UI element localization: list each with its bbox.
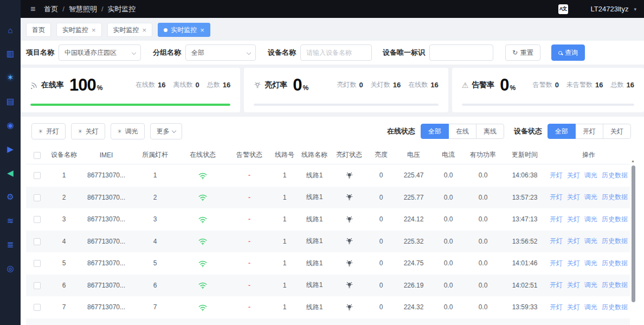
tab-item[interactable]: 首页: [26, 23, 51, 37]
tab-item[interactable]: 实时监控×: [56, 23, 102, 37]
user-menu-caret-icon[interactable]: ▾: [634, 7, 636, 12]
row-checkbox[interactable]: [34, 238, 41, 245]
cell-imei: 867713070...: [80, 259, 132, 267]
row-checkbox[interactable]: [34, 304, 41, 311]
avatar[interactable]: [574, 3, 585, 15]
project-select[interactable]: 中国联通亦庄园区: [59, 44, 141, 61]
cell-actions: 开灯关灯调光历史数据: [548, 237, 630, 246]
row-action-link[interactable]: 调光: [584, 215, 597, 223]
row-action-link[interactable]: 开灯: [550, 171, 563, 179]
row-action-link[interactable]: 调光: [584, 171, 597, 179]
row-action-link[interactable]: 关灯: [567, 303, 580, 311]
menu-lighting-icon[interactable]: ✶: [0, 66, 21, 90]
row-checkbox[interactable]: [34, 260, 41, 267]
menu-wifi-icon[interactable]: ≋: [0, 209, 21, 233]
column-header: 更新时间: [502, 150, 548, 160]
row-action-link[interactable]: 开灯: [550, 281, 563, 289]
turn-on-button[interactable]: ☀开灯: [31, 123, 66, 139]
device-id-input[interactable]: [429, 44, 493, 61]
card-value: 100: [69, 77, 96, 93]
row-action-link[interactable]: 开灯: [550, 215, 563, 223]
row-action-link[interactable]: 关灯: [567, 171, 580, 179]
row-action-link[interactable]: 关灯: [567, 215, 580, 223]
more-button[interactable]: 更多: [150, 123, 182, 139]
table-row: 6 867713070... 6 - 1 线路1 0 226.19 0.0 0.…: [26, 275, 630, 297]
bulk-actions: ☀开灯☀关灯☀调光: [31, 123, 150, 139]
reset-button[interactable]: ↻ 重置: [505, 44, 540, 61]
row-action-link[interactable]: 历史数据: [602, 259, 628, 267]
wifi-online-icon: [198, 260, 207, 267]
menu-project-icon[interactable]: ▥: [0, 42, 21, 66]
cell-line-name: 线路1: [298, 171, 331, 180]
segment-option[interactable]: 全部: [421, 124, 449, 139]
turn-off-button[interactable]: ☀关灯: [71, 123, 105, 139]
row-action-link[interactable]: 调光: [584, 303, 597, 311]
scrollbar-up-icon[interactable]: ▲: [631, 159, 635, 163]
group-select[interactable]: 全部: [185, 44, 256, 61]
username[interactable]: LT24723ltyz: [591, 5, 629, 13]
segment-option[interactable]: 全部: [548, 124, 576, 139]
row-action-link[interactable]: 调光: [584, 281, 597, 289]
row-checkbox[interactable]: [34, 172, 41, 179]
row-action-link[interactable]: 调光: [584, 259, 597, 267]
row-action-link[interactable]: 关灯: [567, 237, 580, 245]
segment-option[interactable]: 离线: [476, 124, 504, 139]
menu-globe-icon[interactable]: ◎: [0, 257, 21, 281]
row-action-link[interactable]: 开灯: [550, 237, 563, 245]
device-name-input[interactable]: [300, 44, 372, 61]
segment-option[interactable]: 在线: [448, 124, 476, 139]
menu-manhole-icon[interactable]: ⚙: [0, 185, 21, 209]
cell-alarm-status: -: [228, 259, 271, 267]
row-action-link[interactable]: 开灯: [550, 193, 563, 201]
row-action-link[interactable]: 开灯: [550, 303, 563, 311]
row-action-link[interactable]: 调光: [584, 237, 597, 245]
menu-broadcast-icon[interactable]: ◀: [0, 161, 21, 185]
row-action-link[interactable]: 关灯: [567, 281, 580, 289]
scrollbar-thumb[interactable]: [632, 165, 635, 302]
row-action-link[interactable]: 关灯: [567, 193, 580, 201]
cell-brightness: 0: [368, 194, 395, 201]
menu-home-icon[interactable]: ⌂: [0, 18, 21, 42]
tab-item[interactable]: 实时监控×: [158, 23, 210, 37]
menu-screen-icon[interactable]: ▤: [0, 90, 21, 113]
row-action-link[interactable]: 关灯: [567, 259, 580, 267]
row-action-link[interactable]: 调光: [584, 193, 597, 201]
close-icon[interactable]: ×: [143, 27, 147, 34]
query-button[interactable]: 查询: [551, 44, 585, 61]
segment-option[interactable]: 开灯: [575, 124, 603, 139]
menu-camera-icon[interactable]: ◉: [0, 113, 21, 137]
close-icon[interactable]: ×: [200, 27, 204, 34]
menu-media-icon[interactable]: ▶: [0, 137, 21, 161]
card-metrics: 在线数16离线数0总数16: [136, 80, 230, 90]
row-action-link[interactable]: 历史数据: [602, 303, 628, 311]
row-checkbox[interactable]: [34, 216, 41, 223]
cell-online-status: [178, 303, 228, 311]
tab-item[interactable]: 实时监控×: [107, 23, 153, 37]
wifi-online-icon: [198, 238, 207, 245]
column-header: 线路名称: [298, 150, 331, 160]
row-checkbox[interactable]: [34, 282, 41, 289]
segment-option[interactable]: 关灯: [603, 124, 631, 139]
progress-bar: [30, 104, 230, 106]
close-icon[interactable]: ×: [92, 27, 96, 34]
hamburger-icon[interactable]: ≡: [30, 5, 35, 14]
language-icon[interactable]: A文: [558, 4, 568, 14]
menu-layers-icon[interactable]: ≣: [0, 233, 21, 257]
breadcrumb-item[interactable]: 首页: [44, 4, 58, 14]
dim-button[interactable]: ☀调光: [111, 123, 145, 139]
cell-update-time: 13:59:33: [502, 303, 548, 311]
row-action-link[interactable]: 历史数据: [602, 237, 628, 245]
row-action-link[interactable]: 历史数据: [602, 171, 628, 179]
row-checkbox[interactable]: [34, 194, 41, 201]
row-action-link[interactable]: 历史数据: [602, 193, 628, 201]
select-all-checkbox[interactable]: [34, 152, 41, 159]
row-action-link[interactable]: 历史数据: [602, 215, 628, 223]
breadcrumb-item[interactable]: 实时监控: [108, 4, 136, 14]
cell-device-name: 6: [48, 282, 80, 289]
cell-device-name: 2: [48, 194, 80, 201]
table-toolbar: ☀开灯☀关灯☀调光 更多 在线状态 全部在线离线 设备状态 全部开灯关灯: [21, 117, 644, 145]
breadcrumb-item[interactable]: 智慧照明: [69, 4, 97, 14]
row-action-link[interactable]: 开灯: [550, 259, 563, 267]
row-action-link[interactable]: 历史数据: [602, 281, 628, 289]
breadcrumb-separator: /: [101, 5, 104, 13]
